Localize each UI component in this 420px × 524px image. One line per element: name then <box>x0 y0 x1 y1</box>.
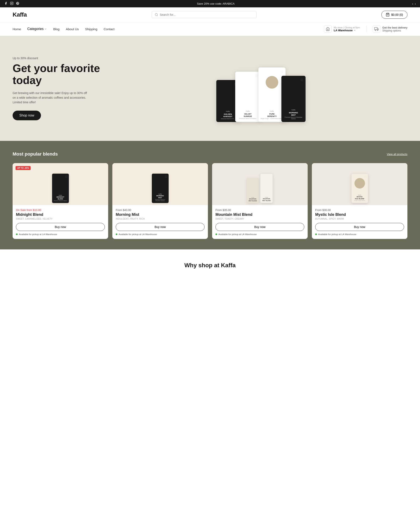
hero-bag-2: ⬚ Kaffa VELVETSUNRISE Premium Blend of A… <box>235 72 260 122</box>
svg-point-9 <box>377 30 378 30</box>
mystic-buy-button[interactable]: Buy now <box>315 223 404 231</box>
hero-section: Up to 30% discount Get your favorite tod… <box>0 36 420 141</box>
mountain-bag-tall: Kaffa MOUNTAINMIST BLEND <box>247 178 259 203</box>
morning-bag-label: MORNINGMIST <box>156 195 164 199</box>
mystic-bag-brand: Kaffa <box>358 194 361 196</box>
svg-point-3 <box>155 13 158 16</box>
section-header: Most popular blends View all products <box>13 151 407 157</box>
morning-pickup: Available for pickup at LA Warehouse <box>112 231 208 236</box>
mystic-bag-label: MYSTICISLE BLEND <box>355 196 364 200</box>
bag2-brand: Kaffa <box>246 110 250 112</box>
mountain-bag-short: Kaffa MOUNTAINMIST BLEND <box>260 174 273 203</box>
store-icon <box>324 25 332 33</box>
bag3-brand: Kaffa <box>270 110 274 112</box>
pinterest-icon[interactable] <box>16 2 19 6</box>
product-image-morning: ⬚ Kaffa MORNINGMIST Premium Blend of Bra… <box>112 163 208 205</box>
facebook-icon[interactable] <box>4 2 8 6</box>
mystic-bag-icon: ⬚ <box>364 175 366 178</box>
sale-badge-midnight: UP TO -25% <box>16 166 31 170</box>
site-logo[interactable]: Kaffa <box>13 11 27 18</box>
cart-button[interactable]: $0.00 (0) <box>381 11 407 19</box>
announcement-next[interactable]: › <box>415 2 416 5</box>
bag3-accent <box>266 76 278 89</box>
hero-image-area: ⬚ Kaffa GOLDENHARVEST Artisanal Blend of… <box>210 53 407 124</box>
mountain-mist-info: From $35.00 Mountain Mist Blend SWEET, T… <box>212 205 308 220</box>
hero-description: Get brewing with our irresistible sale! … <box>13 91 88 105</box>
mystic-name: Mystic Isle Blend <box>315 212 404 217</box>
morning-bag-sub: Premium Blend of Brazilian Santos <box>154 199 167 201</box>
midnight-bag-brand: Kaffa <box>59 195 62 196</box>
product-card-mountain-mist: Kaffa MOUNTAINMIST BLEND Kaffa MOUNTAINM… <box>212 163 308 239</box>
announcement-nav: ‹ › <box>412 2 416 5</box>
delivery-info[interactable]: Get the best delivery Shipping options <box>373 25 407 33</box>
cart-icon <box>386 13 390 17</box>
search-container[interactable] <box>152 11 257 18</box>
mountain-buy-button[interactable]: Buy now <box>215 223 304 231</box>
mountain-price: From $35.00 <box>215 209 304 212</box>
mountain-pickup: Available for pickup at LA Warehouse <box>212 231 308 236</box>
mystic-isle-bag: ⬚ Kaffa MYSTICISLE BLEND Single Origin B… <box>351 174 368 203</box>
morning-bag-brand: Kaffa <box>158 193 162 195</box>
pickup-dot-2 <box>116 234 117 235</box>
mountain-name: Mountain Mist Blend <box>215 212 304 217</box>
hero-discount: Up to 30% discount <box>13 56 101 60</box>
delivery-detail: Get the best delivery Shipping options <box>382 26 407 32</box>
nav-categories[interactable]: Categories <box>27 27 47 31</box>
social-icons <box>4 2 19 6</box>
bag3-icon: ⬚ <box>280 70 283 73</box>
nav-home[interactable]: Home <box>13 27 21 31</box>
delivery-icon <box>373 25 380 33</box>
search-input[interactable] <box>160 13 254 16</box>
nav-shipping[interactable]: Shipping <box>85 27 97 31</box>
product-grid: UP TO -25% ⬚ Kaffa MIDNIGHTBLEND Premium… <box>13 163 407 239</box>
bag1-sub: Artisanal Blend of A... <box>221 118 235 119</box>
delivery-label: Get the best delivery <box>382 26 407 29</box>
mystic-isle-info: From $30.00 Mystic Isle Blend AUTUMNAL, … <box>312 205 407 220</box>
navigation: Home Categories Blog About Us Shipping C… <box>0 22 420 36</box>
chevron-down-icon <box>44 28 47 30</box>
store-name: LA Warehouse <box>334 29 360 32</box>
view-all-link[interactable]: View all products <box>387 153 407 156</box>
popular-section: Most popular blends View all products UP… <box>0 141 420 249</box>
midnight-bag-icon: ⬚ <box>65 175 67 178</box>
nav-divider <box>366 26 367 32</box>
midnight-tags: SWEET, CARAMELIZED, VELVETY <box>16 218 105 220</box>
bag2-sub: Premium Blend of Arabica <box>239 118 256 119</box>
svg-point-1 <box>11 3 12 4</box>
why-section: Why shop at Kaffa <box>0 249 420 277</box>
midnight-buy-button[interactable]: Buy now <box>16 223 105 231</box>
midnight-pickup: Available for pickup at LA Warehouse <box>13 231 108 236</box>
announcement-text: Save 20% use code: ARABICA <box>197 2 235 5</box>
announcement-prev[interactable]: ‹ <box>412 2 413 5</box>
nav-contact[interactable]: Contact <box>104 27 115 31</box>
midnight-name: Midnight Blend <box>16 212 105 217</box>
header: Kaffa $0.00 (0) <box>0 7 420 22</box>
morning-buy-button[interactable]: Buy now <box>116 223 205 231</box>
hero-title: Get your favorite today <box>13 62 101 86</box>
svg-point-2 <box>12 2 13 3</box>
nav-blog[interactable]: Blog <box>53 27 60 31</box>
instagram-icon[interactable] <box>10 2 13 6</box>
midnight-blend-info: On Sale from $10.00 Midnight Blend SWEET… <box>13 205 108 220</box>
announcement-bar: Save 20% use code: ARABICA ‹ › <box>0 0 420 7</box>
bag4-label: MORNINGMIST <box>289 112 298 116</box>
bag1-brand: Kaffa <box>226 110 230 112</box>
midnight-blend-bag: ⬚ Kaffa MIDNIGHTBLEND Premium Blend Arab… <box>52 174 69 203</box>
nav-links: Home Categories Blog About Us Shipping C… <box>13 27 114 31</box>
store-label: My store | Closing at 5pm <box>334 26 360 29</box>
store-info[interactable]: My store | Closing at 5pm LA Warehouse <box>324 25 360 33</box>
why-title: Why shop at Kaffa <box>13 262 407 269</box>
product-image-mystic: ⬚ Kaffa MYSTICISLE BLEND Single Origin B… <box>312 163 407 205</box>
shop-now-button[interactable]: Shop now <box>13 111 41 120</box>
svg-line-4 <box>157 15 158 16</box>
mystic-accent <box>354 178 365 189</box>
nav-about[interactable]: About Us <box>66 27 79 31</box>
search-icon <box>155 13 158 16</box>
mystic-tags: AUTUMNAL, SPICY, WARM <box>315 218 404 220</box>
bag4-icon: ⬚ <box>301 78 303 81</box>
morning-price: From $43.00 <box>116 209 205 212</box>
product-card-morning-mist: ⬚ Kaffa MORNINGMIST Premium Blend of Bra… <box>112 163 208 239</box>
nav-right: My store | Closing at 5pm LA Warehouse G… <box>324 25 407 33</box>
bag4-brand: Kaffa <box>291 109 296 111</box>
delivery-sub: Shipping options <box>382 29 407 32</box>
